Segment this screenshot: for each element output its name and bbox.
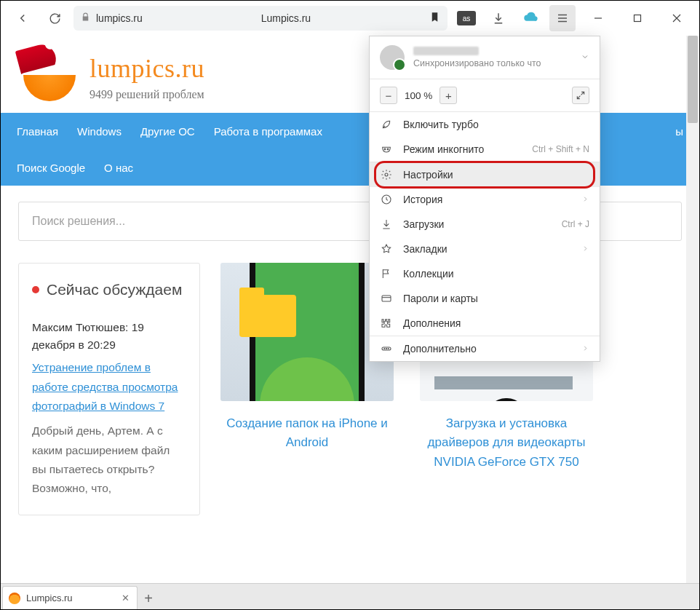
tab-title: Lumpics.ru	[26, 593, 73, 603]
menu-profile-row[interactable]: Синхронизировано только что	[370, 36, 600, 79]
svg-point-9	[388, 348, 389, 349]
address-title: Lumpics.ru	[148, 12, 423, 24]
profile-sync-status: Синхронизировано только что	[413, 58, 541, 68]
menu-item-label: Коллекции	[403, 268, 589, 280]
search-placeholder: Поиск решения...	[32, 215, 125, 228]
sidebar-post-link[interactable]: Устранение проблем в работе средства про…	[32, 361, 178, 412]
address-bar[interactable]: lumpics.ru Lumpics.ru	[73, 6, 448, 31]
sidebar-heading: Сейчас обсуждаем	[32, 280, 186, 300]
clock-icon	[380, 194, 393, 205]
nav-other-os[interactable]: Другие ОС	[140, 125, 195, 138]
browser-toolbar: lumpics.ru Lumpics.ru as	[1, 1, 699, 36]
profile-name-redacted	[413, 47, 479, 55]
tab-close-button[interactable]: ✕	[122, 593, 130, 603]
chevron-down-icon	[581, 52, 589, 63]
svg-point-7	[384, 348, 385, 349]
menu-item-label: Дополнительно	[403, 343, 571, 354]
sidebar-heading-text: Сейчас обсуждаем	[47, 280, 182, 300]
chevron-right-icon	[581, 243, 589, 255]
reload-button[interactable]	[41, 5, 68, 31]
new-tab-button[interactable]: +	[138, 587, 159, 609]
chevron-right-icon	[581, 194, 589, 205]
window-maximize-button[interactable]	[621, 5, 654, 31]
menu-item-collections[interactable]: Коллекции	[370, 261, 600, 286]
address-domain: lumpics.ru	[96, 12, 143, 24]
zoom-out-button[interactable]: −	[380, 87, 397, 104]
menu-item-label: Настройки	[403, 169, 589, 181]
menu-item-history[interactable]: История	[370, 187, 600, 212]
mask-icon	[380, 143, 393, 155]
menu-item-shortcut: Ctrl + Shift + N	[532, 144, 589, 154]
downloads-icon[interactable]	[485, 5, 512, 31]
star-icon	[380, 243, 393, 255]
svg-point-2	[387, 148, 389, 150]
download-icon	[380, 218, 393, 230]
live-dot-icon	[32, 286, 39, 293]
menu-item-incognito[interactable]: Режим инкогнито Ctrl + Shift + N	[370, 137, 600, 162]
vertical-scrollbar[interactable]	[686, 36, 699, 583]
tab-strip: Lumpics.ru ✕ +	[1, 583, 699, 609]
main-menu-dropdown: Синхронизировано только что − 100 % + Вк…	[369, 36, 600, 362]
ellipsis-icon	[380, 343, 393, 354]
svg-rect-0	[635, 15, 641, 22]
menu-item-more[interactable]: Дополнительно	[370, 336, 600, 361]
menu-item-label: Загрузки	[403, 218, 552, 230]
window-close-button[interactable]	[660, 5, 693, 31]
nav-about[interactable]: О нас	[104, 162, 133, 174]
menu-item-shortcut: Ctrl + J	[562, 219, 589, 229]
zoom-in-button[interactable]: +	[440, 87, 457, 104]
menu-item-label: Режим инкогнито	[403, 143, 522, 155]
article-title[interactable]: Загрузка и установка драйверов для видео…	[420, 414, 593, 472]
menu-item-label: Включить турбо	[403, 119, 589, 130]
scrollbar-thumb[interactable]	[688, 36, 698, 123]
article-thumb	[220, 263, 394, 401]
extension-lastfm-icon[interactable]: as	[453, 5, 480, 31]
menu-item-passwords[interactable]: Пароли и карты	[370, 286, 600, 311]
nav-clipped-item[interactable]: ы	[675, 125, 683, 138]
card-icon	[380, 293, 393, 304]
fullscreen-button[interactable]	[572, 87, 589, 104]
article-title[interactable]: Создание папок на iPhone и Android	[220, 414, 394, 453]
svg-point-3	[385, 173, 388, 176]
nav-google-search[interactable]: Поиск Google	[17, 162, 85, 174]
nav-windows[interactable]: Windows	[77, 125, 122, 138]
sidebar-post-meta: Максим Тютюшев: 19 декабря в 20:29	[32, 319, 186, 354]
menu-item-label: Дополнения	[403, 317, 589, 329]
favicon-icon	[9, 593, 20, 604]
nav-home[interactable]: Главная	[17, 125, 58, 138]
bookmark-icon[interactable]	[429, 11, 440, 26]
menu-item-label: История	[403, 194, 571, 205]
site-logo[interactable]	[21, 49, 78, 106]
site-brand[interactable]: lumpics.ru	[90, 53, 204, 84]
menu-item-turbo[interactable]: Включить турбо	[370, 112, 600, 137]
menu-item-bookmarks[interactable]: Закладки	[370, 237, 600, 261]
menu-zoom-row: − 100 % +	[370, 79, 600, 112]
main-menu-button[interactable]	[549, 5, 576, 31]
flag-icon	[380, 268, 393, 280]
site-tagline: 9499 решений проблем	[90, 88, 204, 101]
menu-item-addons[interactable]: Дополнения	[370, 311, 600, 336]
zoom-value: 100 %	[405, 90, 432, 101]
nav-programs[interactable]: Работа в программах	[214, 125, 322, 138]
extension-cloud-icon[interactable]	[517, 5, 544, 31]
padlock-icon	[81, 12, 90, 24]
puzzle-icon	[380, 317, 393, 329]
chevron-right-icon	[581, 343, 589, 354]
window-minimize-button[interactable]	[581, 5, 615, 31]
menu-item-label: Закладки	[403, 243, 571, 255]
browser-tab[interactable]: Lumpics.ru ✕	[2, 586, 138, 609]
sidebar-post-excerpt: Добрый день, Артем. А с каким расширение…	[32, 421, 186, 498]
gear-icon	[380, 169, 393, 181]
menu-item-downloads[interactable]: Загрузки Ctrl + J	[370, 212, 600, 237]
svg-point-1	[384, 148, 386, 150]
article-card[interactable]: Создание папок на iPhone и Android	[220, 263, 394, 515]
menu-item-label: Пароли и карты	[403, 293, 589, 304]
avatar	[380, 45, 405, 70]
svg-point-8	[386, 348, 386, 349]
menu-item-settings[interactable]: Настройки	[370, 162, 600, 187]
rocket-icon	[380, 119, 393, 130]
svg-rect-5	[382, 296, 391, 301]
sidebar-discussion: Сейчас обсуждаем Максим Тютюшев: 19 дека…	[18, 263, 200, 515]
back-button[interactable]	[9, 5, 36, 31]
